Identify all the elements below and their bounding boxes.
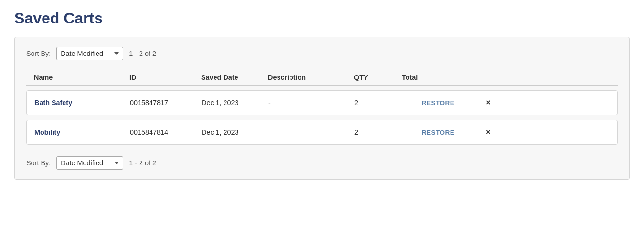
col-header-description: Description — [268, 74, 354, 81]
table-row: Mobility 0015847814 Dec 1, 2023 2 RESTOR… — [26, 120, 618, 145]
cart-id: 0015847817 — [130, 99, 202, 107]
pagination-top: 1 - 2 of 2 — [129, 50, 156, 57]
sort-select-bottom[interactable]: Date Modified Name ID Saved Date — [56, 156, 123, 170]
cart-saved-date: Dec 1, 2023 — [202, 99, 268, 107]
col-header-qty: QTY — [354, 74, 402, 81]
delete-button[interactable]: × — [474, 98, 503, 107]
cart-qty: 2 — [354, 99, 402, 107]
cart-name: Bath Safety — [34, 99, 130, 107]
page-title: Saved Carts — [14, 10, 630, 27]
cart-rows: Bath Safety 0015847817 Dec 1, 2023 - 2 R… — [26, 90, 618, 145]
sort-select-top[interactable]: Date Modified Name ID Saved Date — [56, 47, 123, 60]
table-header: Name ID Saved Date Description QTY Total — [26, 70, 618, 86]
restore-button[interactable]: RESTORE — [402, 99, 474, 107]
restore-button[interactable]: RESTORE — [402, 129, 474, 136]
cart-qty: 2 — [354, 129, 402, 136]
cart-name: Mobility — [34, 129, 130, 136]
sort-bar-bottom: Sort By: Date Modified Name ID Saved Dat… — [26, 156, 618, 170]
col-header-total: Total — [402, 74, 473, 81]
cart-id: 0015847814 — [130, 129, 202, 136]
cart-description: - — [268, 99, 354, 107]
delete-button[interactable]: × — [474, 128, 503, 137]
sort-bar-top: Sort By: Date Modified Name ID Saved Dat… — [26, 47, 618, 60]
col-header-name: Name — [34, 74, 129, 81]
sort-label-top: Sort By: — [26, 50, 51, 57]
pagination-bottom: 1 - 2 of 2 — [129, 159, 156, 167]
table-row: Bath Safety 0015847817 Dec 1, 2023 - 2 R… — [26, 90, 618, 115]
col-header-saved-date: Saved Date — [201, 74, 268, 81]
main-container: Sort By: Date Modified Name ID Saved Dat… — [14, 37, 630, 180]
sort-label-bottom: Sort By: — [26, 159, 51, 167]
col-header-actions — [473, 74, 502, 81]
cart-saved-date: Dec 1, 2023 — [202, 129, 268, 136]
col-header-id: ID — [129, 74, 201, 81]
